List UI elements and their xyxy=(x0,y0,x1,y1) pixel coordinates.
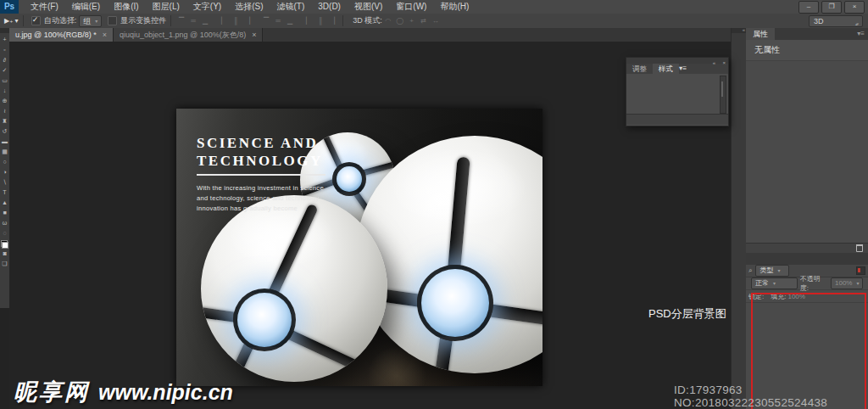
styles-tab-调整[interactable]: 调整 xyxy=(626,64,653,74)
dist-bottom-icon: ▁ xyxy=(286,17,294,25)
menu-item[interactable]: 文字(Y) xyxy=(186,0,228,14)
workspace-switcher[interactable]: 3D xyxy=(809,15,863,27)
dodge-tool[interactable]: ◑ xyxy=(0,167,9,177)
nipic-site-url: www.nipic.cn xyxy=(98,380,233,405)
close-icon[interactable]: × xyxy=(722,60,726,65)
orbit-3d-icon: ◠ xyxy=(384,17,392,25)
hand-tool[interactable]: ω xyxy=(0,218,9,228)
canvas-heading-line1: SCIENCE AND xyxy=(197,134,326,152)
move-tool[interactable]: + xyxy=(0,35,9,45)
menu-item[interactable]: 滤镜(T) xyxy=(270,0,312,14)
menu-item[interactable]: 图像(I) xyxy=(107,0,145,14)
document-tab-title: u.jpg @ 100%(RGB/8) * xyxy=(15,31,97,39)
lasso-tool[interactable]: ∂ xyxy=(0,55,9,65)
collapse-icon[interactable]: « xyxy=(713,60,715,65)
quick-selection-tool[interactable]: ✓ xyxy=(0,65,9,76)
clone-stamp-tool[interactable]: ♜ xyxy=(0,116,9,126)
panel-menu-icon[interactable]: ▾≡ xyxy=(679,64,687,74)
path-selection-tool[interactable]: ▲ xyxy=(0,198,9,208)
properties-panel-footer xyxy=(746,243,868,253)
styles-tab-样式[interactable]: 样式 xyxy=(653,64,679,74)
photoshop-logo: Ps xyxy=(0,0,19,14)
minimize-button[interactable]: – xyxy=(798,1,819,14)
document-tab-title: qiuqiu_object_1.png @ 100%(灰色/8) xyxy=(120,30,246,41)
close-button[interactable]: × xyxy=(844,1,865,14)
dist-right-icon: ▕ xyxy=(328,17,337,25)
threed-mode-icons: ◠◯+⇄↔ xyxy=(384,17,440,25)
divider xyxy=(342,15,343,26)
menu-bar-items: 文件(F)编辑(E)图像(I)图层(L)文字(Y)选择(S)滤镜(T)3D(D)… xyxy=(24,0,476,14)
psd-layers-label: PSD分层背景图 xyxy=(648,306,726,322)
tab-properties[interactable]: 属性 xyxy=(746,28,775,40)
rectangle-tool[interactable]: ■ xyxy=(0,208,9,218)
tools-panel-header xyxy=(0,28,9,33)
styles-panel: « × 调整样式▾≡ xyxy=(626,57,729,126)
zoom-tool[interactable]: ◌ xyxy=(0,228,9,238)
nipic-watermark: 昵享网 www.nipic.cn xyxy=(14,377,233,407)
menu-item[interactable]: 视图(V) xyxy=(348,0,389,14)
auto-select-dropdown[interactable]: 组 xyxy=(79,15,102,27)
scale-3d-icon: ↔ xyxy=(431,17,440,25)
align-left-icon: ▏ xyxy=(220,17,228,25)
menu-item[interactable]: 帮助(H) xyxy=(433,0,476,14)
pen-tool[interactable]: ∖ xyxy=(0,177,9,188)
roll-3d-icon: ◯ xyxy=(396,17,404,25)
layers-panel-tabs xyxy=(746,253,868,265)
canvas-paragraph-line: and technology, science and technology xyxy=(197,193,326,204)
document-canvas[interactable]: SCIENCE AND TECHNOLOGY With the increasi… xyxy=(176,109,542,386)
background-color-swatch[interactable] xyxy=(2,242,8,249)
options-bar: ▶₊ ▾ 自动选择: 组 显示变换控件 ▔═▁▏║▕▔═▁▏║▕ 3D 模式: … xyxy=(0,14,868,29)
align-hcenter-icon: ║ xyxy=(231,17,240,25)
tab-close-icon[interactable]: × xyxy=(252,31,256,39)
history-brush-tool[interactable]: ↺ xyxy=(0,126,9,137)
spot-healing-brush-tool[interactable]: ⊕ xyxy=(0,96,9,106)
brush-tool[interactable]: ≀ xyxy=(0,106,9,116)
canvas-paragraph: With the increasing investment in scienc… xyxy=(197,183,326,214)
align-vcenter-icon: ═ xyxy=(189,17,198,25)
blend-mode-dropdown[interactable]: 正常 xyxy=(751,277,798,289)
menu-item[interactable]: 选择(S) xyxy=(228,0,270,14)
menu-item[interactable]: 3D(D) xyxy=(311,0,348,14)
document-tab[interactable]: u.jpg @ 100%(RGB/8) *× xyxy=(9,28,114,42)
document-tab[interactable]: qiuqiu_object_1.png @ 100%(灰色/8)× xyxy=(114,28,264,42)
gradient-tool[interactable]: ▦ xyxy=(0,147,9,157)
expand-panels-icon[interactable]: « xyxy=(732,28,747,33)
menu-item[interactable]: 编辑(E) xyxy=(65,0,107,14)
crop-tool[interactable]: ▭ xyxy=(0,76,9,86)
horizontal-type-tool[interactable]: T xyxy=(0,188,9,198)
restore-button[interactable]: ❐ xyxy=(821,1,842,14)
delete-icon[interactable] xyxy=(856,244,863,252)
image-id-watermark: ID:17937963 NO:20180322230552524438 xyxy=(674,384,868,409)
menu-item[interactable]: 图层(L) xyxy=(146,0,186,14)
eraser-tool[interactable]: ▬ xyxy=(0,137,9,147)
styles-scrollbar[interactable] xyxy=(720,76,726,114)
blur-tool[interactable]: ○ xyxy=(0,157,9,167)
collapsed-panel-strip: « xyxy=(731,28,748,409)
move-tool-icon[interactable]: ▶₊ ▾ xyxy=(4,17,19,25)
color-swatches[interactable] xyxy=(1,240,8,249)
tool-icons: +▫∂✓▭↓⊕≀♜↺▬▦○◑∖T▲■ω◌ xyxy=(0,35,9,238)
canvas-paragraph-line: innovation has gradually become xyxy=(197,204,326,214)
eyedropper-tool[interactable]: ↓ xyxy=(0,86,9,96)
tab-close-icon[interactable]: × xyxy=(103,31,107,39)
threed-mode-label: 3D 模式: xyxy=(353,15,382,26)
styles-panel-footer xyxy=(626,114,728,125)
opacity-dropdown[interactable]: 100% xyxy=(831,277,863,289)
align-right-icon: ▕ xyxy=(243,17,252,25)
filter-toggle[interactable] xyxy=(856,266,865,275)
show-transform-checkbox[interactable] xyxy=(108,16,117,25)
auto-select-checkbox[interactable] xyxy=(31,16,41,25)
menu-item[interactable]: 窗口(W) xyxy=(389,0,433,14)
menu-item[interactable]: 文件(F) xyxy=(24,0,65,14)
screen-mode-icon[interactable]: ❏ xyxy=(0,259,9,269)
panel-menu-icon[interactable]: ▾≡ xyxy=(857,28,868,40)
styles-panel-titlebar: « × xyxy=(626,58,728,64)
photoshop-window: Ps 文件(F)编辑(E)图像(I)图层(L)文字(Y)选择(S)滤镜(T)3D… xyxy=(0,0,868,409)
canvas-heading-line2: TECHNOLOGY xyxy=(197,152,326,170)
filter-type-dropdown[interactable]: 类型 xyxy=(755,265,789,277)
pan-3d-icon: + xyxy=(408,17,416,25)
quick-mask-icon[interactable]: ◙ xyxy=(0,249,9,259)
rectangular-marquee-tool[interactable]: ▫ xyxy=(0,45,9,55)
canvas-paragraph-line: With the increasing investment in scienc… xyxy=(197,183,326,193)
dist-top-icon: ▔ xyxy=(262,17,270,25)
